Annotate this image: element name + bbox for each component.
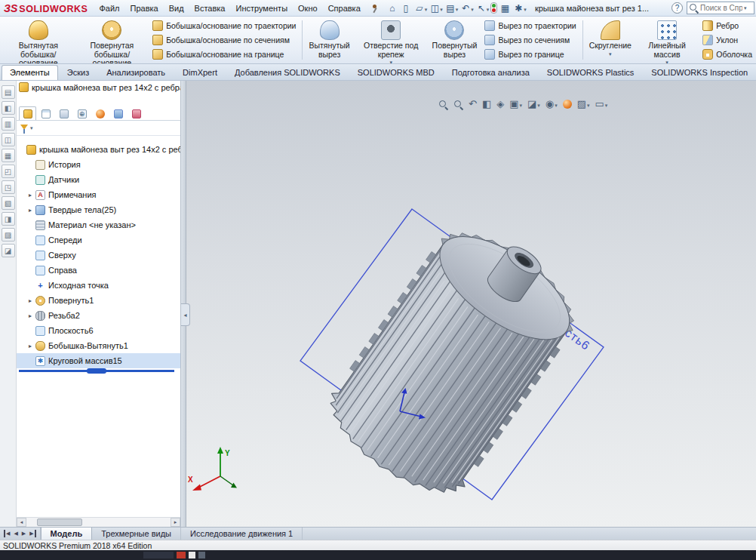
hide-show-items-icon[interactable]: ◉▾ (545, 99, 558, 109)
print-icon[interactable]: ▤▾ (444, 2, 459, 14)
next-tab-button[interactable]: ▶ (21, 530, 26, 537)
dropdown-arrow-icon[interactable]: ▾ (520, 103, 523, 109)
tree-item-plane6[interactable]: Плоскость6 (17, 323, 180, 338)
search-input[interactable] (699, 3, 744, 13)
tree-item-origin[interactable]: +Исходная точка (17, 278, 180, 293)
undo-icon[interactable]: ↶▾ (459, 2, 474, 14)
first-tab-button[interactable]: ◀ (4, 530, 11, 537)
left-strip-icon-10[interactable]: ▨ (2, 228, 15, 242)
left-strip-icon-8[interactable]: ▧ (2, 196, 15, 210)
dropdown-arrow-icon[interactable]: ▾ (555, 103, 558, 109)
dropdown-arrow-icon[interactable]: ▾ (524, 7, 527, 13)
command-tab-2[interactable]: Эскиз (59, 65, 97, 80)
file-properties-icon[interactable]: ▦ (499, 2, 511, 14)
tree-item-solid-bodies[interactable]: ▸Твердые тела(25) (17, 202, 180, 217)
command-tab-6[interactable]: SOLIDWORKS MBD (349, 65, 443, 80)
command-tab-1[interactable]: Элементы (2, 65, 58, 80)
tree-item-front-plane[interactable]: Спереди (17, 232, 180, 248)
lofted-boss-button[interactable]: Бобышка/основание по сечениям (150, 33, 298, 48)
command-tab-8[interactable]: SOLIDWORKS Plastics (539, 65, 643, 80)
revolved-boss-button[interactable]: Повернутая бобышка/основание (75, 17, 149, 63)
dropdown-arrow-icon[interactable]: ▾ (587, 103, 590, 109)
help-icon[interactable]: ? (671, 2, 683, 14)
taskbar-item[interactable] (177, 552, 186, 558)
search-dropdown-icon[interactable]: ▾ (744, 5, 747, 11)
rib-button[interactable]: Ребро (700, 19, 754, 33)
menu-item-1[interactable]: Файл (94, 2, 124, 15)
tree-item-history[interactable]: История (17, 157, 180, 172)
filter-icon[interactable] (20, 125, 28, 130)
left-strip-icon-2[interactable]: ◧ (2, 101, 15, 115)
filter-dropdown-icon[interactable]: ▾ (30, 125, 33, 131)
taskbar-item[interactable] (143, 552, 174, 558)
configurationmanager-tab[interactable] (55, 106, 72, 120)
view-tab-3[interactable]: Исследование движения 1 (181, 528, 303, 540)
shell-button[interactable]: Оболочка (700, 47, 754, 61)
model-view[interactable]: Плоскость6XY (186, 81, 756, 527)
tree-item-annotations[interactable]: ▸AПримечания (17, 187, 180, 202)
plastics-manager-tab[interactable] (128, 106, 145, 120)
expand-arrow-icon[interactable]: ▸ (29, 312, 35, 319)
propertymanager-tab[interactable] (37, 106, 54, 120)
rollback-bar[interactable] (19, 370, 174, 372)
cam-manager-tab[interactable] (109, 106, 127, 120)
displaymanager-tab[interactable] (91, 106, 109, 120)
display-style-icon[interactable]: ◪▾ (527, 99, 540, 109)
menu-item-7[interactable]: Справка (323, 2, 366, 15)
scroll-left-icon[interactable]: ◂ (17, 518, 26, 527)
menu-item-5[interactable]: Инструменты (230, 2, 293, 15)
options-icon[interactable]: ✱▾ (512, 2, 527, 14)
scrollbar-thumb[interactable] (37, 518, 82, 526)
tree-item-right-plane[interactable]: Справа (17, 263, 180, 278)
fillet-button[interactable]: Скругление▾ (585, 17, 635, 63)
apply-scene-icon[interactable]: ▨▾ (577, 99, 590, 109)
dropdown-arrow-icon[interactable]: ▾ (537, 103, 540, 109)
previous-view-icon[interactable]: ↶ (469, 99, 477, 109)
dropdown-arrow-icon[interactable]: ▾ (425, 7, 428, 13)
panel-collapse-handle[interactable]: ◂ (181, 303, 190, 326)
dropdown-arrow-icon[interactable]: ▾ (605, 103, 608, 109)
dropdown-arrow-icon[interactable]: ▾ (609, 51, 612, 57)
tree-item-sensors[interactable]: Датчики (17, 172, 180, 187)
select-icon[interactable]: ↖▾ (475, 2, 490, 14)
left-strip-icon-1[interactable]: ▤ (2, 85, 15, 99)
zoom-fit-icon[interactable] (438, 100, 448, 109)
menu-item-6[interactable]: Окно (293, 2, 323, 15)
new-document-icon[interactable]: ▯ (400, 2, 412, 14)
tree-item-thread2[interactable]: ▸Резьба2 (17, 308, 180, 323)
lofted-cut-button[interactable]: Вырез по сечениям (482, 33, 578, 48)
tree-item-root[interactable]: крышка майонеза выт рез 14x2 с реб (17, 142, 180, 157)
home-icon[interactable]: ⌂ (386, 2, 398, 14)
boundary-cut-button[interactable]: Вырез по границе (482, 47, 578, 61)
rebuild-icon[interactable] (490, 2, 497, 14)
extruded-cut-button[interactable]: Вытянутый вырез (305, 17, 353, 63)
windows-taskbar[interactable] (0, 550, 756, 560)
command-tab-9[interactable]: SOLIDWORKS Inspection (643, 65, 756, 80)
command-tab-4[interactable]: DimXpert (174, 65, 226, 80)
linear-pattern-button[interactable]: Линейный массив▾ (635, 17, 699, 63)
expand-arrow-icon[interactable]: ▸ (29, 207, 35, 214)
dropdown-arrow-icon[interactable]: ▾ (471, 7, 474, 13)
save-icon[interactable]: ◫▾ (429, 2, 443, 14)
open-icon[interactable]: ▱▾ (413, 2, 428, 14)
dropdown-arrow-icon[interactable]: ▾ (440, 7, 443, 13)
zoom-area-icon[interactable] (453, 100, 463, 109)
edit-appearance-icon[interactable] (563, 100, 572, 109)
tree-item-boss-extrude1[interactable]: ▸Бобышка-Вытянуть1 (17, 338, 180, 353)
menu-item-4[interactable]: Вставка (189, 2, 231, 15)
prev-tab-button[interactable]: ◀ (13, 530, 18, 537)
view-settings-icon[interactable]: ▭▾ (595, 99, 608, 109)
extruded-boss-button[interactable]: Вытянутая бобышка/основание (2, 17, 75, 63)
part-model[interactable] (313, 206, 596, 513)
graphics-area[interactable]: ↶◧◈▣▾◪▾◉▾▨▾▭▾ Плоскость6XY (186, 81, 756, 527)
expand-arrow-icon[interactable]: ▸ (29, 192, 35, 198)
left-strip-icon-4[interactable]: ◫ (2, 133, 15, 146)
taskbar-item[interactable] (189, 552, 195, 558)
dimxpertmanager-tab[interactable]: ⊕ (73, 106, 91, 120)
left-strip-icon-9[interactable]: ◨ (2, 212, 15, 226)
dropdown-arrow-icon[interactable]: ▾ (456, 7, 459, 13)
view-tab-1[interactable]: Модель (41, 528, 93, 540)
left-strip-icon-7[interactable]: ◳ (2, 180, 15, 194)
boundary-boss-button[interactable]: Бобышка/основание на границе (150, 47, 298, 61)
command-tab-3[interactable]: Анализировать (98, 65, 174, 80)
